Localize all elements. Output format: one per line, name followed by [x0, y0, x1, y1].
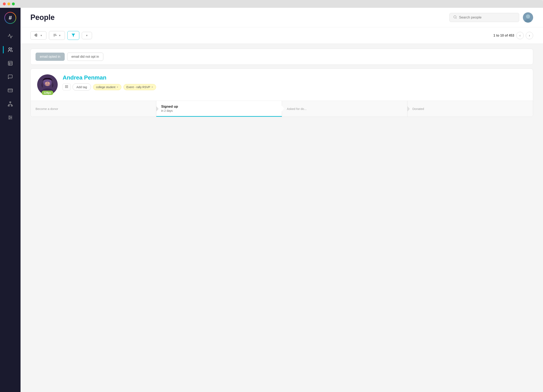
svg-point-15: [9, 118, 10, 119]
person-tag-college-student: college student ×: [93, 84, 121, 90]
group-icon: [34, 34, 38, 37]
content-area: email opted in email did not opt in: [21, 44, 543, 392]
journey-bar: Become a donor Signed up in 2 days Asked…: [31, 101, 533, 117]
filter-tag-not-opted-in[interactable]: email did not opt in: [67, 53, 103, 61]
sidebar: #: [0, 8, 21, 392]
filter-panel: email opted in email did not opt in: [30, 49, 533, 65]
toolbar: ▼ ▼: [21, 27, 543, 44]
chart-icon: [8, 34, 13, 39]
pagination-prev[interactable]: ‹: [516, 32, 524, 39]
main-content: People: [21, 8, 543, 392]
remove-college-student-tag[interactable]: ×: [117, 85, 118, 89]
svg-rect-40: [65, 87, 66, 88]
wallet-icon: [8, 88, 13, 93]
svg-rect-42: [67, 87, 68, 88]
sidebar-item-analytics[interactable]: [6, 32, 15, 41]
sidebar-item-content[interactable]: [6, 59, 15, 68]
svg-rect-1: [8, 61, 12, 65]
filter-icon: [71, 33, 75, 38]
titlebar: [0, 0, 543, 8]
person-avatar-wrap: 128pc: [37, 74, 58, 95]
sidebar-nav: [6, 32, 15, 388]
svg-line-17: [456, 18, 456, 18]
svg-rect-35: [66, 85, 67, 86]
svg-rect-39: [67, 86, 68, 87]
svg-point-33: [45, 82, 50, 86]
filter-tag-opted-in[interactable]: email opted in: [35, 53, 65, 61]
svg-point-23: [36, 35, 37, 36]
sidebar-item-people[interactable]: [6, 45, 15, 54]
journey-step-donated[interactable]: Donated: [407, 101, 533, 117]
content-icon: [8, 61, 13, 66]
logo-hash: #: [9, 15, 12, 21]
settings-icon: [8, 115, 13, 120]
svg-rect-34: [65, 85, 66, 86]
svg-point-14: [11, 117, 11, 118]
person-tags-row: Add tag college student × Event - rally …: [63, 83, 526, 91]
pagination-info: 1 to 10 of 453: [493, 34, 514, 37]
svg-point-22: [36, 34, 37, 35]
messages-icon: [8, 74, 13, 80]
svg-point-0: [9, 48, 11, 50]
svg-rect-36: [67, 85, 68, 86]
grid-view-button[interactable]: [63, 84, 70, 91]
user-avatar[interactable]: [523, 12, 533, 23]
svg-rect-5: [8, 89, 12, 92]
remove-rally-rsvp-tag[interactable]: ×: [151, 85, 153, 89]
search-box[interactable]: [449, 13, 519, 22]
person-header: 128pc Andrea Penman: [31, 69, 533, 101]
svg-point-13: [9, 116, 10, 116]
minimize-button[interactable]: [7, 2, 10, 5]
journey-step-asked-donation[interactable]: Asked for do...: [282, 101, 408, 117]
svg-rect-37: [65, 86, 66, 87]
sidebar-item-settings[interactable]: [6, 113, 15, 122]
sidebar-item-wallet[interactable]: [6, 86, 15, 95]
person-card: 128pc Andrea Penman: [30, 68, 533, 117]
people-icon: [8, 47, 13, 52]
close-button[interactable]: [3, 2, 6, 5]
svg-point-19: [526, 14, 530, 18]
filter-button[interactable]: [67, 31, 79, 40]
group-button[interactable]: ▼: [30, 31, 46, 40]
add-tag-button[interactable]: Add tag: [73, 83, 91, 91]
sort-chevron: ▼: [58, 34, 61, 37]
group-chevron: ▼: [40, 34, 43, 37]
filter-dropdown-button[interactable]: ▼: [82, 32, 92, 39]
search-icon: [453, 15, 457, 20]
sort-icon: [53, 33, 57, 38]
sort-button[interactable]: ▼: [49, 31, 65, 40]
person-tag-rally-rsvp: Event - rally RSVP ×: [124, 84, 156, 90]
header-right: [449, 12, 533, 23]
sidebar-item-network[interactable]: [6, 99, 15, 108]
network-icon: [8, 101, 13, 107]
page-title: People: [30, 13, 55, 22]
toolbar-left: ▼ ▼: [30, 31, 92, 40]
pagination-total: 453: [509, 34, 514, 37]
pagination-next[interactable]: ›: [526, 32, 533, 39]
search-input[interactable]: [459, 15, 515, 20]
journey-step-become-donor[interactable]: Become a donor: [31, 101, 156, 117]
pagination-start: 1: [493, 34, 495, 37]
app-logo[interactable]: #: [4, 12, 16, 24]
maximize-button[interactable]: [12, 2, 15, 5]
filter-dropdown-chevron: ▼: [86, 34, 88, 37]
person-name[interactable]: Andrea Penman: [63, 74, 526, 81]
sidebar-item-messages[interactable]: [6, 72, 15, 81]
pagination: 1 to 10 of 453 ‹ ›: [493, 32, 533, 39]
svg-marker-27: [72, 34, 75, 37]
page-header: People: [21, 8, 543, 27]
svg-rect-41: [66, 87, 67, 88]
person-info: Andrea Penman: [63, 74, 526, 91]
pagination-end: 10: [500, 34, 504, 37]
person-score: 128pc: [42, 91, 53, 95]
svg-rect-38: [66, 86, 67, 87]
app-window: #: [0, 8, 543, 392]
journey-step-signed-up[interactable]: Signed up in 2 days: [156, 101, 282, 117]
